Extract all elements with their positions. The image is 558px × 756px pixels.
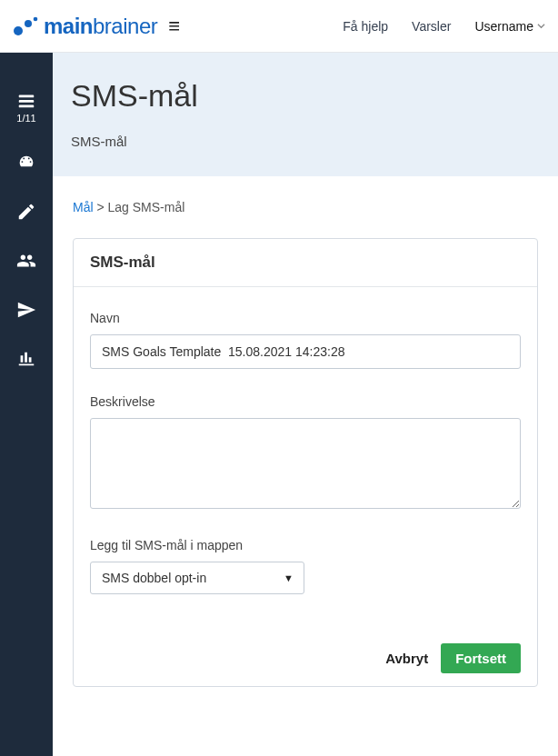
folder-label: Legg til SMS-mål i mappen — [90, 538, 521, 552]
step-label: 1/11 — [16, 113, 35, 124]
pencil-icon — [16, 202, 36, 222]
svg-point-2 — [34, 16, 38, 21]
breadcrumb: Mål > Lag SMS-mål — [73, 200, 538, 214]
gauge-icon — [16, 153, 36, 173]
breadcrumb-separator: > — [96, 200, 107, 214]
sidebar-item-users[interactable] — [0, 251, 53, 271]
page-subtitle: SMS-mål — [71, 134, 540, 149]
breadcrumb-current: Lag SMS-mål — [108, 200, 185, 214]
name-input[interactable] — [90, 334, 521, 369]
help-link[interactable]: Få hjelp — [343, 19, 388, 34]
logo[interactable]: mainbrainer — [13, 14, 157, 39]
form-card: SMS-mål Navn Beskrivelse Legg til SMS-må… — [73, 238, 538, 687]
cancel-button[interactable]: Avbryt — [385, 651, 428, 666]
name-label: Navn — [90, 311, 521, 325]
svg-point-1 — [25, 20, 32, 27]
sidebar-item-dashboard[interactable] — [0, 153, 53, 173]
continue-button[interactable]: Fortsett — [441, 643, 521, 673]
sidebar-item-edit[interactable] — [0, 202, 53, 222]
topbar: mainbrainer ≡ Få hjelp Varsler Username — [0, 0, 558, 53]
svg-rect-3 — [19, 95, 35, 98]
breadcrumb-link-goals[interactable]: Mål — [73, 200, 94, 214]
alerts-link[interactable]: Varsler — [412, 19, 451, 34]
page-title: SMS-mål — [71, 78, 540, 114]
sidebar: 1/11 — [0, 53, 53, 756]
bar-chart-icon — [16, 349, 36, 369]
users-icon — [16, 251, 36, 271]
username-label: Username — [474, 19, 533, 34]
svg-rect-5 — [19, 105, 35, 108]
username-dropdown[interactable]: Username — [474, 19, 545, 34]
svg-rect-4 — [19, 100, 35, 103]
sidebar-step-indicator[interactable]: 1/11 — [0, 91, 53, 124]
sidebar-item-stats[interactable] — [0, 349, 53, 369]
page-header: SMS-mål SMS-mål — [53, 53, 558, 176]
sidebar-item-send[interactable] — [0, 300, 53, 320]
chevron-down-icon — [537, 22, 545, 30]
svg-point-0 — [14, 26, 23, 35]
card-header: SMS-mål — [74, 239, 537, 287]
paper-plane-icon — [16, 300, 36, 320]
description-label: Beskrivelse — [90, 394, 521, 409]
menu-toggle-icon[interactable]: ≡ — [168, 15, 180, 38]
folder-select[interactable]: SMS dobbel opt-in — [90, 562, 304, 594]
logo-icon — [13, 16, 38, 36]
logo-text: mainbrainer — [44, 14, 157, 39]
list-icon — [16, 91, 36, 111]
description-textarea[interactable] — [90, 418, 521, 509]
